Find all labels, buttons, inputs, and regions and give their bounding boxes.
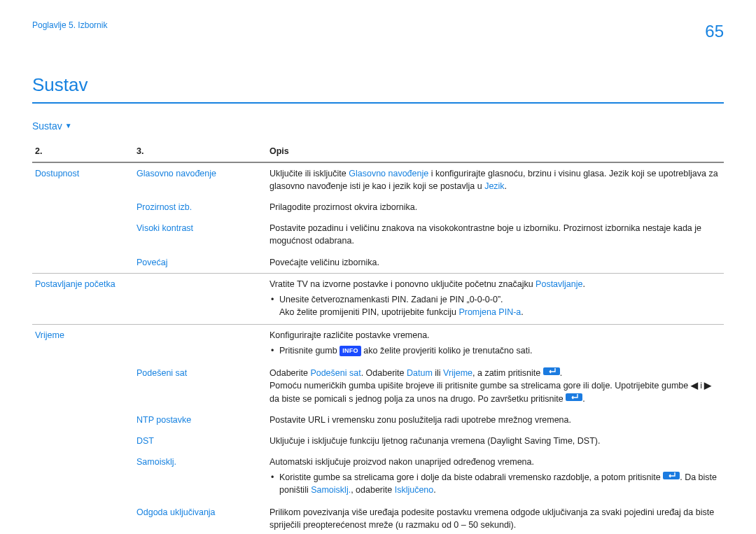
link-text: Vrijeme [443,368,472,378]
text: Konfigurirajte različite postavke vremen… [270,330,430,340]
page-header: Poglavlje 5. Izbornik 65 [32,20,724,44]
col-2: 2. [32,141,134,162]
text: , a zatim pritisnite [472,368,543,378]
enter-key-icon [663,472,680,479]
text: da biste se pomicali s jednog polja za u… [270,394,566,404]
link-text: Samoisklj. [311,485,351,495]
cell-level3: Samoisklj. [134,451,267,502]
cell-level3: DST [134,430,267,451]
table-row: Prozirnost izb. Prilagodite prozirnost o… [32,197,724,218]
text: Pritisnite gumb [279,346,340,356]
link-text: Promjena PIN-a [458,307,521,317]
cell-desc: Prilagodite prozirnost okvira izbornika. [267,197,724,218]
text: Koristite gumbe sa strelicama gore i dol… [279,472,663,482]
bullet-list: Pritisnite gumb INFO ako želite provjeri… [270,344,721,357]
title-block: Sustav [32,72,724,104]
section-subhead: Sustav ▼ [32,119,724,133]
arrow-left-icon: ◀ [691,381,698,391]
text: Odaberite [270,368,310,378]
link-text: Postavljanje [536,279,582,289]
table-row: Povećaj Povećajte veličinu izbornika. [32,252,724,274]
text: Uključite ili isključite [270,169,349,178]
table-row: Dostupnost Glasovno navođenje Uključite … [32,162,724,197]
text: Pomoću numeričkih gumba upišite brojeve … [270,381,691,391]
subhead-label: Sustav [32,119,62,133]
link-text: Podešeni sat [310,368,360,378]
table-row: DST Uključuje i isključuje funkciju ljet… [32,430,724,451]
text: ili [433,368,443,378]
list-item: Koristite gumbe sa strelicama gore i dol… [270,471,721,496]
cell-level2: Dostupnost [32,162,134,197]
cell-level2: Postavljanje početka [32,273,134,324]
table-row: Samoisklj. Automatski isključuje proizvo… [32,451,724,502]
text: . [583,279,585,289]
text: . [560,368,562,378]
text: . Odaberite [361,368,407,378]
bullet-list: Koristite gumbe sa strelicama gore i dol… [270,471,721,496]
page-number: 65 [705,20,724,44]
table-row: Visoki kontrast Postavite pozadinu i vel… [32,218,724,251]
info-badge-icon: INFO [340,346,361,356]
cell-desc: Postavite pozadinu i veličinu znakova na… [267,218,724,251]
cell-desc: Povećajte veličinu izbornika. [267,252,724,274]
col-desc: Opis [267,141,724,162]
settings-table: 2. 3. Opis Dostupnost Glasovno navođenje… [32,141,724,534]
text: Ako želite promijeniti PIN, upotrijebite… [279,307,458,317]
chevron-down-icon: ▼ [65,121,72,132]
table-row: Podešeni sat Odaberite Podešeni sat. Oda… [32,363,724,409]
table-header-row: 2. 3. Opis [32,141,724,162]
cell-desc: Uključite ili isključite Glasovno navođe… [267,162,724,197]
cell-level3: Prozirnost izb. [134,197,267,218]
cell-level3: Visoki kontrast [134,218,267,251]
link-text: Glasovno navođenje [349,169,428,178]
cell-level3: Povećaj [134,252,267,274]
link-text: Isključeno [395,485,434,495]
cell-desc: Postavite URL i vremensku zonu poslužite… [267,409,724,430]
table-row: Vrijeme Konfigurirajte različite postavk… [32,325,724,363]
enter-key-icon [566,393,582,401]
table-row: NTP postavke Postavite URL i vremensku z… [32,409,724,430]
link-text: Jezik [484,181,504,191]
cell-desc: Vratite TV na izvorne postavke i ponovno… [267,273,724,324]
text: . [521,307,523,317]
cell-desc: Uključuje i isključuje funkciju ljetnog … [267,430,724,451]
cell-level3: Podešeni sat [134,363,267,409]
table-row: Postavljanje početka Vratite TV na izvor… [32,273,724,324]
chapter-label: Poglavlje 5. Izbornik [32,20,107,31]
page-title: Sustav [32,72,724,99]
bullet-list: Unesite četveroznamenkasti PIN. Zadani j… [270,293,721,318]
text: , odaberite [351,485,395,495]
text: . [582,394,584,404]
list-item: Unesite četveroznamenkasti PIN. Zadani j… [270,293,721,318]
text: Vratite TV na izvorne postavke i ponovno… [270,279,536,289]
list-item: Pritisnite gumb INFO ako želite provjeri… [270,344,721,357]
cell-level3: Glasovno navođenje [134,162,267,197]
link-text: Datum [407,368,433,378]
enter-key-icon [543,367,560,375]
text: . [433,485,435,495]
text: ako želite provjeriti koliko je trenutač… [361,346,533,356]
cell-desc: Odaberite Podešeni sat. Odaberite Datum … [267,363,724,409]
cell-level3: NTP postavke [134,409,267,430]
table-row: Odgoda uključivanja Prilikom povezivanja… [32,502,724,534]
col-3: 3. [134,141,267,162]
text: Automatski isključuje proizvod nakon una… [270,457,534,467]
cell-desc: Automatski isključuje proizvod nakon una… [267,451,724,502]
text: . [505,181,507,191]
cell-level2: Vrijeme [32,325,134,363]
text: Unesite četveroznamenkasti PIN. Zadani j… [279,295,503,304]
cell-level3: Odgoda uključivanja [134,502,267,534]
text: i [698,381,705,391]
cell-desc: Prilikom povezivanja više uređaja podesi… [267,502,724,534]
cell-desc: Konfigurirajte različite postavke vremen… [267,325,724,363]
title-rule [32,102,724,104]
arrow-right-icon: ▶ [704,381,711,391]
